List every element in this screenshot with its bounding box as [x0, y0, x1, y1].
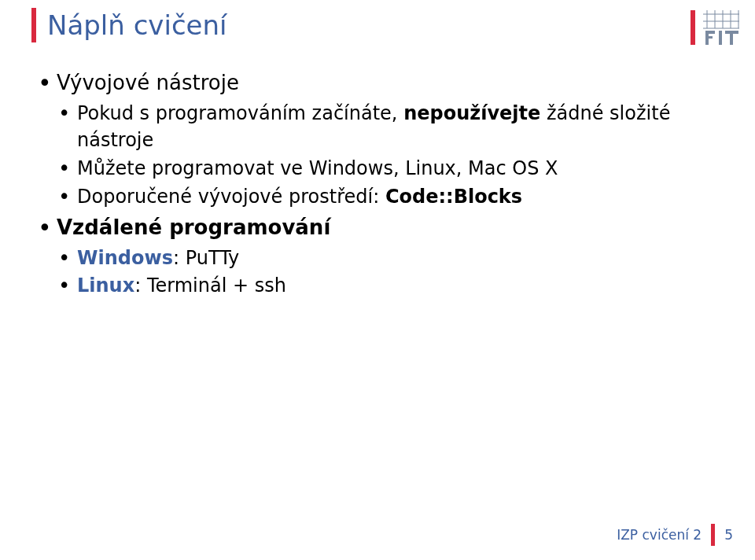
list-item: Vývojové nástroje Pokud s programováním …: [36, 68, 716, 211]
list-item: Vzdálené programování Windows: PuTTy Lin…: [36, 213, 716, 300]
text-bold: Vzdálené programování: [57, 216, 330, 239]
fit-logo-icon: [703, 10, 739, 45]
logo-accent-bar: [691, 10, 695, 45]
title-accent-bar: [31, 8, 36, 42]
svg-rect-11: [719, 31, 722, 45]
text-bold: nepoužívejte: [403, 102, 540, 124]
text: Můžete programovat ve Windows, Linux, Ma…: [77, 157, 558, 179]
list-item: Pokud s programováním začínáte, nepoužív…: [57, 100, 716, 155]
list-item: Linux: Terminál + ssh: [57, 272, 716, 300]
bullet-list-level2: Pokud s programováním začínáte, nepoužív…: [57, 100, 716, 211]
text: Vývojové nástroje: [57, 71, 239, 94]
title-row: Náplň cvičení: [31, 8, 739, 45]
text: Pokud s programováním začínáte,: [77, 102, 403, 124]
bullet-list-level2: Windows: PuTTy Linux: Terminál + ssh: [57, 245, 716, 300]
footer-accent-bar: [711, 524, 715, 546]
footer-label: IZP cvičení 2: [617, 527, 702, 543]
text: : Terminál + ssh: [134, 274, 286, 297]
page-title: Náplň cvičení: [47, 9, 227, 41]
title-left: Náplň cvičení: [31, 8, 227, 42]
svg-rect-13: [730, 31, 733, 45]
list-item: Doporučené vývojové prostředí: Code::Blo…: [57, 183, 716, 211]
text: Doporučené vývojové prostředí:: [77, 186, 385, 208]
footer: IZP cvičení 2 5: [617, 524, 733, 546]
list-item: Můžete programovat ve Windows, Linux, Ma…: [57, 155, 716, 182]
slide: Náplň cvičení: [0, 0, 755, 560]
bullet-list-level1: Vývojové nástroje Pokud s programováním …: [36, 68, 716, 300]
logo-group: [691, 8, 739, 45]
text: : PuTTy: [173, 247, 239, 269]
svg-rect-10: [705, 36, 713, 39]
content-area: Vývojové nástroje Pokud s programováním …: [31, 45, 739, 300]
text-blue-bold: Linux: [77, 274, 134, 297]
text-bold: Code::Blocks: [385, 186, 522, 208]
list-item: Windows: PuTTy: [57, 245, 716, 272]
text-blue-bold: Windows: [77, 247, 173, 269]
page-number: 5: [724, 527, 733, 543]
